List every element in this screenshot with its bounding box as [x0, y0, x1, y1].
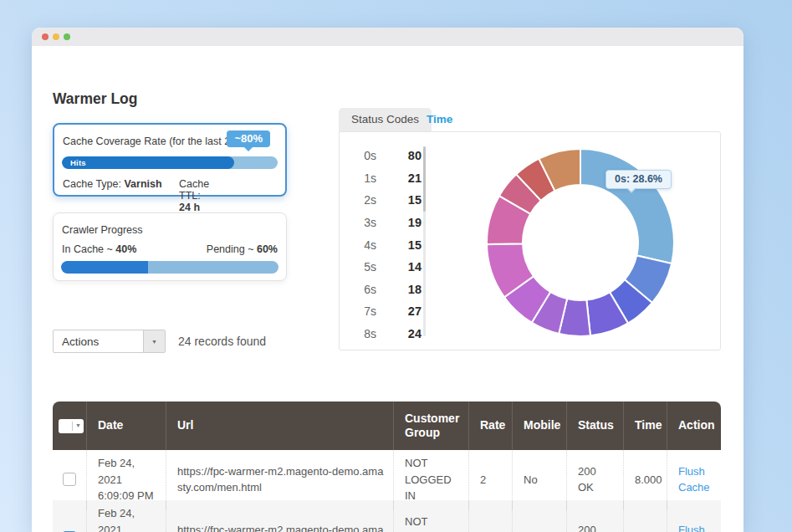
rate-cell: 3 [468, 500, 512, 532]
legend-row: 1s21 [356, 167, 422, 190]
legend-value: 24 [396, 327, 422, 340]
column-header-url[interactable]: Url [166, 402, 393, 450]
customer-group-line: LOGGED IN [405, 472, 460, 504]
tab-status-codes[interactable]: Status Codes [339, 108, 432, 131]
legend-label: 3s [356, 216, 376, 229]
column-header-action[interactable]: Action [667, 402, 721, 450]
legend-row: 3s19 [356, 212, 422, 234]
window-close-button[interactable] [42, 33, 49, 40]
legend-scrollbar-thumb[interactable] [423, 146, 426, 212]
records-table: ▼ DateUrlCustomer GroupRateMobileStatusT… [53, 402, 721, 532]
desktop-background: Warmer Log Cache Coverage Rate (for the … [0, 0, 792, 532]
date-cell: Feb 24, 202111:59:56 AM [86, 500, 166, 532]
legend-label: 1s [356, 171, 376, 185]
window-zoom-button[interactable] [64, 33, 70, 40]
coverage-percent-badge: ~80% [227, 130, 270, 147]
column-header-date[interactable]: Date [86, 402, 166, 450]
legend-value: 14 [396, 260, 422, 274]
actions-dropdown[interactable]: Actions ▼ [53, 330, 166, 353]
in-cache-label: In Cache ~ [62, 243, 113, 255]
legend-row: 6s18 [356, 279, 422, 301]
chart-tooltip: 0s: 28.6% [605, 170, 672, 189]
cache-type-value: Varnish [124, 178, 161, 190]
select-all-checkbox[interactable]: ▼ [59, 419, 84, 433]
legend-row: 5s14 [356, 256, 422, 279]
window-minimize-button[interactable] [53, 33, 59, 40]
chart-legend: 0s801s212s153s194s155s146s187s278s24 [356, 145, 422, 345]
crawler-progress-card: Crawler Progress In Cache ~ 40% Pending … [53, 212, 287, 281]
customer-group-line: NOT [405, 455, 460, 472]
legend-label: 8s [356, 327, 376, 340]
cache-meta-row: Cache Type: Varnish Cache TTL: 24 h [63, 178, 162, 190]
column-header-customer-group[interactable]: Customer Group [393, 402, 468, 450]
time-cell: 8.000 [623, 500, 667, 532]
url-text: https://fpc-warmer-m2.magento-demo.amast… [177, 463, 385, 496]
tab-time[interactable]: Time [427, 108, 452, 131]
crawler-progress-bar [61, 261, 278, 274]
row-checkbox[interactable] [63, 473, 76, 486]
cache-type-label: Cache Type: [63, 178, 121, 190]
legend-row: 0s80 [356, 145, 422, 167]
column-header-mobile[interactable]: Mobile [512, 402, 566, 450]
column-header-time[interactable]: Time [623, 402, 667, 450]
cache-coverage-title: Cache Coverage Rate (for the last 24 h) [63, 136, 248, 147]
legend-label: 7s [356, 304, 376, 318]
column-header-rate[interactable]: Rate [468, 402, 512, 450]
legend-row: 2s15 [356, 189, 422, 212]
legend-label: 2s [356, 193, 376, 207]
legend-value: 18 [396, 283, 422, 296]
date-text: Feb 24, 202111:59:56 AM [98, 505, 157, 532]
legend-label: 5s [356, 260, 376, 274]
cache-ttl-value: 24 h [179, 202, 200, 213]
flush-cache-link[interactable]: Flush Cache [678, 463, 713, 496]
column-header-status[interactable]: Status [566, 402, 623, 450]
table-row: ✓Feb 24, 202111:59:56 AMhttps://fpc-warm… [53, 500, 721, 532]
status-cell: 200 OK [566, 500, 623, 532]
flush-cache-link[interactable]: Flush Cache [678, 522, 713, 532]
dropdown-caret-icon[interactable]: ▼ [143, 330, 165, 352]
legend-value: 21 [396, 171, 422, 185]
legend-scrollbar[interactable] [423, 146, 426, 336]
table-header-row: ▼ DateUrlCustomer GroupRateMobileStatusT… [53, 402, 721, 450]
legend-value: 15 [396, 238, 422, 252]
coverage-bar-label: Hits [62, 158, 86, 167]
coverage-progress-fill: Hits [62, 156, 234, 169]
window-content: Warmer Log Cache Coverage Rate (for the … [32, 46, 743, 532]
actions-dropdown-label: Actions [54, 335, 143, 348]
mobile-cell: No [512, 500, 566, 532]
legend-value: 80 [396, 149, 422, 162]
table-row: Feb 24, 20216:09:09 PMhttps://fpc-warmer… [53, 450, 721, 500]
app-window: Warmer Log Cache Coverage Rate (for the … [32, 28, 743, 532]
in-cache-value: 40% [115, 243, 136, 255]
crawler-progress-fill [61, 261, 148, 274]
page-title: Warmer Log [53, 90, 137, 108]
chart-panel: 0s801s212s153s194s155s146s187s278s24 0s:… [339, 131, 721, 350]
pending-label: Pending ~ [207, 243, 254, 255]
legend-value: 15 [396, 193, 422, 207]
table-body: Feb 24, 20216:09:09 PMhttps://fpc-warmer… [53, 450, 721, 532]
customer-group-text: NOTLOGGED IN [405, 514, 460, 532]
legend-row: 4s15 [356, 233, 422, 256]
row-select-cell: ✓ [53, 500, 86, 532]
coverage-progress-bar: Hits [62, 156, 278, 169]
action-cell: Flush Cache [667, 500, 721, 532]
legend-value: 27 [396, 304, 422, 318]
url-cell: https://fpc-warmer-m2.magento-demo.amast… [166, 500, 393, 532]
legend-label: 6s [356, 283, 376, 296]
crawler-labels-row: In Cache ~ 40% Pending ~ 60% [62, 243, 278, 255]
donut-slice-0s[interactable] [580, 149, 674, 263]
chart-tooltip-text: 0s: 28.6% [615, 173, 662, 185]
legend-value: 19 [396, 216, 422, 229]
cache-ttl-label: Cache TTL: [179, 178, 209, 202]
url-text: https://fpc-warmer-m2.magento-demo.amast… [177, 522, 385, 532]
cache-coverage-card: Cache Coverage Rate (for the last 24 h) … [53, 123, 287, 197]
select-all-caret-icon: ▼ [73, 422, 84, 430]
table-header-select: ▼ [53, 402, 86, 450]
date-line: Feb 24, 2021 [98, 505, 157, 532]
customer-group-text: NOTLOGGED IN [405, 455, 460, 504]
legend-label: 0s [356, 149, 376, 162]
legend-row: 7s27 [356, 300, 422, 323]
date-line: Feb 24, 2021 [98, 455, 157, 488]
legend-row: 8s24 [356, 323, 422, 345]
records-found-text: 24 records found [178, 335, 266, 348]
